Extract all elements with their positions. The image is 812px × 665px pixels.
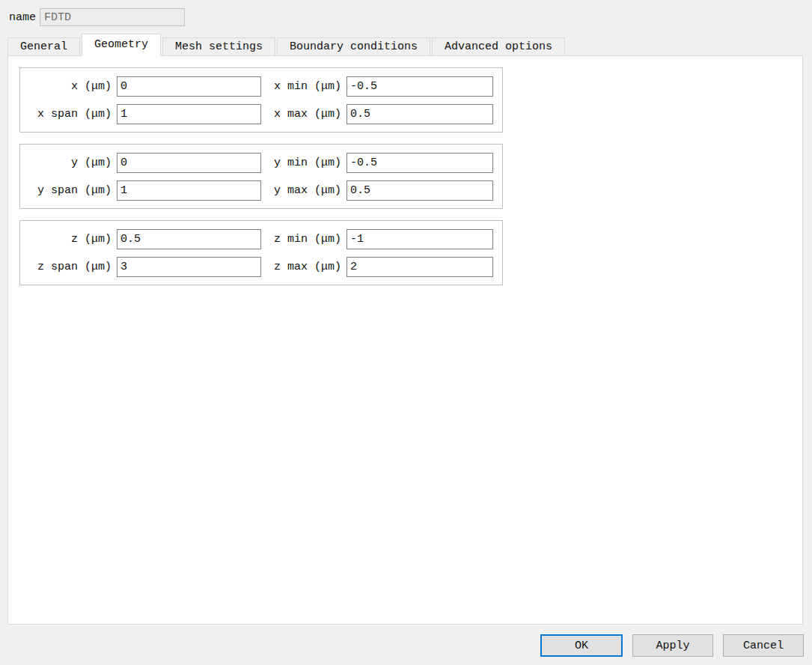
tab-advanced-options[interactable]: Advanced options [432,37,565,56]
y-min-label: y min (μm) [266,153,341,173]
z-span-input[interactable] [117,257,261,277]
name-label: name [9,11,36,24]
x-max-input[interactable] [347,104,493,124]
y-max-input[interactable] [347,180,493,201]
z-max-label: z max (μm) [266,257,341,277]
x-label: x (μm) [20,76,112,97]
x-max-label: x max (μm) [266,104,341,124]
y-span-label: y span (μm) [20,180,112,201]
ok-button[interactable]: OK [540,634,623,657]
z-input[interactable] [117,229,261,249]
tab-general[interactable]: General [7,37,80,56]
y-span-input[interactable] [117,180,261,201]
y-label: y (μm) [20,153,112,173]
apply-button[interactable]: Apply [632,634,713,657]
y-input[interactable] [117,153,261,173]
geometry-tab-panel: x (μm) x min (μm) x span (μm) x max (μm)… [7,55,803,625]
cancel-button[interactable]: Cancel [723,634,804,657]
z-label: z (μm) [20,229,112,249]
y-max-label: y max (μm) [266,180,341,201]
x-span-input[interactable] [117,104,261,124]
z-max-input[interactable] [347,257,493,277]
y-min-input[interactable] [347,153,493,173]
tab-geometry[interactable]: Geometry [82,34,161,56]
z-span-label: z span (μm) [20,257,112,277]
z-min-input[interactable] [347,229,493,249]
fdtd-properties-dialog: name General Geometry Mesh settings Boun… [0,0,812,665]
tab-boundary-conditions[interactable]: Boundary conditions [277,37,430,56]
x-min-input[interactable] [347,76,493,97]
tab-strip: General Geometry Mesh settings Boundary … [7,34,567,56]
x-group-box: x (μm) x min (μm) x span (μm) x max (μm) [19,67,503,133]
x-min-label: x min (μm) [266,76,341,97]
z-min-label: z min (μm) [266,229,341,249]
name-input [40,8,185,26]
x-span-label: x span (μm) [20,104,112,124]
tab-mesh-settings[interactable]: Mesh settings [162,37,275,56]
y-group-box: y (μm) y min (μm) y span (μm) y max (μm) [19,144,503,209]
z-group-box: z (μm) z min (μm) z span (μm) z max (μm) [19,220,503,285]
x-input[interactable] [117,76,261,97]
